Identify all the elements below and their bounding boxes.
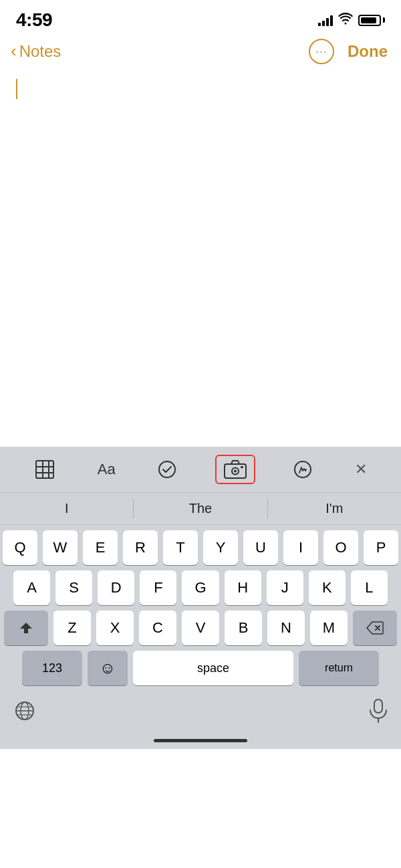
svg-rect-0 xyxy=(36,461,53,478)
key-m[interactable]: M xyxy=(310,611,348,645)
key-j[interactable]: J xyxy=(267,570,303,605)
key-p[interactable]: P xyxy=(364,530,398,565)
key-delete[interactable] xyxy=(353,611,397,645)
status-time: 4:59 xyxy=(16,9,52,31)
predictive-item-1[interactable]: I xyxy=(0,493,133,524)
status-icons xyxy=(318,13,385,28)
key-emoji[interactable]: ☺ xyxy=(88,651,128,685)
svg-rect-9 xyxy=(241,466,243,468)
text-cursor xyxy=(16,79,17,99)
key-v[interactable]: V xyxy=(182,611,219,645)
home-bar xyxy=(154,739,247,742)
nav-bar: ‹ Notes ··· Done xyxy=(0,36,401,72)
markup-icon xyxy=(293,459,313,479)
predictive-item-3[interactable]: I'm xyxy=(268,493,401,524)
key-row-1: Q W E R T Y U I O P xyxy=(3,530,398,565)
key-row-4: 123 ☺ space return xyxy=(3,651,398,685)
key-s[interactable]: S xyxy=(55,570,92,605)
back-label: Notes xyxy=(19,42,61,61)
markup-button[interactable] xyxy=(289,455,317,483)
back-button[interactable]: ‹ Notes xyxy=(11,42,61,61)
key-f[interactable]: F xyxy=(140,570,176,605)
note-editor[interactable] xyxy=(0,72,401,447)
camera-icon xyxy=(223,459,247,479)
key-y[interactable]: Y xyxy=(203,530,238,565)
key-w[interactable]: W xyxy=(43,530,78,565)
key-q[interactable]: Q xyxy=(3,530,37,565)
back-chevron-icon: ‹ xyxy=(11,42,17,60)
key-b[interactable]: B xyxy=(225,611,262,645)
table-icon xyxy=(34,459,55,480)
checklist-icon xyxy=(157,459,177,479)
return-label: return xyxy=(325,662,353,674)
more-button[interactable]: ··· xyxy=(309,39,334,64)
keyboard: Q W E R T Y U I O P A S D F G H J K L Z … xyxy=(0,525,401,693)
wifi-icon xyxy=(338,13,353,28)
globe-icon xyxy=(13,699,36,722)
key-c[interactable]: C xyxy=(139,611,176,645)
key-d[interactable]: D xyxy=(98,570,134,605)
shift-icon xyxy=(19,621,33,635)
key-e[interactable]: E xyxy=(83,530,118,565)
emoji-icon: ☺ xyxy=(100,659,116,677)
key-h[interactable]: H xyxy=(225,570,261,605)
key-a[interactable]: A xyxy=(13,570,50,605)
close-icon: ✕ xyxy=(355,461,367,478)
key-row-2: A S D F G H J K L xyxy=(3,570,398,605)
key-row-3: Z X C V B N M xyxy=(3,611,398,645)
key-i[interactable]: I xyxy=(283,530,318,565)
nav-right-actions: ··· Done xyxy=(309,39,388,64)
key-l[interactable]: L xyxy=(351,570,388,605)
key-z[interactable]: Z xyxy=(53,611,91,645)
done-button[interactable]: Done xyxy=(348,42,388,61)
key-space[interactable]: space xyxy=(133,651,293,685)
svg-rect-16 xyxy=(374,699,382,713)
home-indicator xyxy=(0,734,401,749)
key-n[interactable]: N xyxy=(267,611,305,645)
format-icon: Aa xyxy=(98,461,116,478)
status-bar: 4:59 xyxy=(0,0,401,36)
battery-icon xyxy=(358,15,385,26)
key-g[interactable]: G xyxy=(182,570,219,605)
camera-button[interactable] xyxy=(215,455,255,484)
key-r[interactable]: R xyxy=(123,530,158,565)
table-button[interactable] xyxy=(30,455,59,484)
key-return[interactable]: return xyxy=(299,651,379,685)
format-button[interactable]: Aa xyxy=(94,457,120,482)
key-k[interactable]: K xyxy=(309,570,346,605)
predictive-item-2[interactable]: The xyxy=(134,493,267,524)
key-x[interactable]: X xyxy=(96,611,134,645)
checklist-button[interactable] xyxy=(153,455,181,483)
numbers-label: 123 xyxy=(42,661,62,675)
more-icon: ··· xyxy=(315,45,327,58)
svg-point-5 xyxy=(159,461,175,477)
svg-point-8 xyxy=(234,470,237,473)
signal-icon xyxy=(318,14,333,26)
mic-button[interactable] xyxy=(369,699,388,726)
key-t[interactable]: T xyxy=(163,530,198,565)
delete-icon xyxy=(366,621,384,635)
formatting-toolbar: Aa ✕ xyxy=(0,447,401,492)
key-numbers[interactable]: 123 xyxy=(22,651,82,685)
key-u[interactable]: U xyxy=(243,530,278,565)
mic-icon xyxy=(369,699,388,723)
keyboard-bottom-bar xyxy=(0,693,401,734)
key-shift[interactable] xyxy=(4,611,48,645)
predictive-text-bar: I The I'm xyxy=(0,492,401,525)
close-toolbar-button[interactable]: ✕ xyxy=(351,457,371,482)
globe-button[interactable] xyxy=(13,699,36,725)
key-o[interactable]: O xyxy=(323,530,358,565)
space-label: space xyxy=(197,661,229,675)
